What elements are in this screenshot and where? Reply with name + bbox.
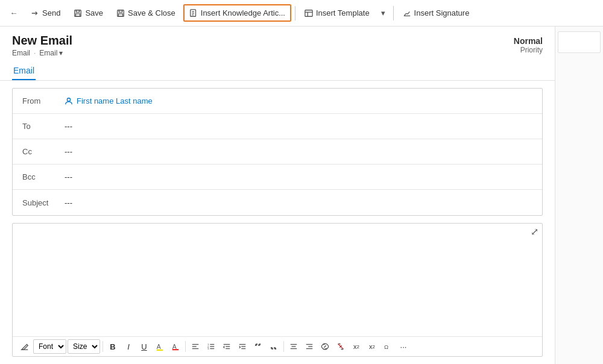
save-button[interactable]: Save	[68, 5, 109, 21]
editor-body[interactable]	[13, 240, 542, 336]
send-button[interactable]: Send	[25, 5, 66, 21]
email-header: New Email Email · Email ▾ Normal Priorit…	[0, 27, 555, 57]
unquote-button[interactable]	[267, 339, 281, 354]
bcc-field[interactable]: Bcc ---	[13, 165, 542, 190]
user-icon	[65, 97, 73, 105]
ordered-list-button[interactable]: 1. 2. 3.	[204, 339, 218, 354]
subject-label: Subject	[22, 198, 65, 207]
unlink-icon	[336, 342, 345, 351]
from-name: First name Last name	[77, 96, 153, 105]
expand-button[interactable]: ⤢	[531, 226, 538, 237]
insert-template-button[interactable]: Insert Template	[299, 5, 375, 21]
svg-rect-5	[119, 13, 123, 16]
insert-link-button[interactable]	[318, 339, 332, 354]
insert-article-button[interactable]: Insert Knowledge Artic...	[183, 4, 291, 22]
subtitle-dot: ·	[34, 49, 36, 57]
subscript-button[interactable]: x2	[365, 339, 379, 354]
font-select[interactable]: Font	[33, 339, 66, 354]
email-type-dropdown-button[interactable]: Email ▾	[39, 49, 63, 57]
remove-link-button[interactable]	[333, 339, 348, 354]
save-icon	[74, 9, 82, 17]
svg-rect-19	[172, 349, 179, 350]
main-area: New Email Email · Email ▾ Normal Priorit…	[0, 27, 555, 364]
special-chars-icon: Ω	[384, 342, 392, 351]
unquote-icon	[270, 342, 278, 351]
right-sidebar	[555, 27, 603, 364]
send-icon	[31, 9, 39, 17]
cc-field[interactable]: Cc ---	[13, 139, 542, 165]
insert-signature-button[interactable]: Insert Signature	[397, 5, 475, 21]
page-content: New Email Email · Email ▾ Normal Priorit…	[0, 27, 603, 364]
insert-template-label: Insert Template	[316, 8, 370, 17]
align-right-icon	[305, 342, 314, 351]
svg-text:3.: 3.	[207, 347, 210, 350]
insert-template-icon	[305, 9, 313, 17]
highlight-button[interactable]: A	[153, 339, 167, 354]
email-type-chevron-icon: ▾	[59, 49, 63, 57]
align-right-button[interactable]	[302, 339, 317, 354]
special-chars-button[interactable]: Ω	[380, 339, 395, 354]
save-close-icon	[116, 9, 125, 17]
tab-email[interactable]: Email	[12, 62, 36, 80]
svg-rect-1	[77, 10, 80, 12]
expand-icon: ⤢	[531, 227, 538, 237]
svg-text:A: A	[157, 343, 161, 350]
back-button[interactable]: ←	[5, 4, 23, 22]
from-field: From First name Last name	[13, 89, 542, 114]
page-title: New Email	[12, 34, 72, 48]
save-label: Save	[85, 8, 103, 17]
align-left-icon	[191, 342, 200, 351]
subject-field[interactable]: Subject ---	[13, 190, 542, 215]
indent-decrease-button[interactable]	[219, 339, 234, 354]
eraser-button[interactable]	[17, 339, 32, 354]
subject-value: ---	[65, 198, 72, 207]
bcc-label: Bcc	[22, 172, 65, 181]
cc-value: ---	[65, 147, 72, 156]
email-type-label: Email	[12, 49, 30, 57]
font-color-button[interactable]: A	[168, 339, 183, 354]
indent-decrease-icon	[223, 342, 231, 351]
more-options-button[interactable]: ···	[396, 339, 411, 354]
back-icon: ←	[10, 8, 17, 17]
size-select[interactable]: Size	[68, 339, 100, 354]
insert-template-dropdown-button[interactable]: ▾	[377, 5, 390, 22]
font-color-icon: A	[171, 342, 180, 351]
toolbar-divider-1	[295, 6, 295, 20]
to-field[interactable]: To ---	[13, 114, 542, 139]
align-left-button[interactable]	[188, 339, 203, 354]
save-close-button[interactable]: Save & Close	[111, 5, 181, 21]
link-icon	[321, 342, 329, 351]
blockquote-button[interactable]	[251, 339, 265, 354]
italic-label: I	[127, 342, 130, 351]
bcc-value: ---	[65, 172, 72, 181]
email-form: From First name Last name To --- Cc --- …	[12, 88, 543, 216]
svg-rect-2	[76, 13, 80, 16]
editor-divider-2	[185, 341, 186, 352]
priority-section: Normal Priority	[514, 34, 543, 54]
eraser-icon	[21, 342, 29, 351]
underline-label: U	[141, 342, 147, 351]
to-value: ---	[65, 122, 72, 131]
svg-rect-10	[305, 10, 312, 16]
email-subtitle: Email · Email ▾	[12, 49, 72, 57]
bold-button[interactable]: B	[106, 339, 120, 354]
editor-divider-1	[103, 341, 103, 352]
align-center-button[interactable]	[286, 339, 301, 354]
italic-button[interactable]: I	[121, 339, 136, 354]
indent-increase-button[interactable]	[235, 339, 250, 354]
bold-label: B	[110, 342, 115, 351]
more-options-icon: ···	[400, 342, 407, 351]
insert-signature-icon	[403, 9, 411, 17]
superscript-button[interactable]: x2	[349, 339, 364, 354]
editor-toolbar: Font Size B I U	[13, 336, 542, 356]
priority-label: Normal	[514, 36, 543, 46]
align-center-icon	[289, 342, 298, 351]
sidebar-card-1	[558, 31, 601, 53]
indent-increase-icon	[238, 342, 247, 351]
blockquote-icon	[254, 342, 262, 351]
underline-button[interactable]: U	[137, 339, 151, 354]
insert-article-label: Insert Knowledge Artic...	[201, 8, 285, 17]
to-label: To	[22, 122, 65, 131]
from-value[interactable]: First name Last name	[65, 96, 153, 105]
tab-bar: Email	[0, 57, 555, 81]
